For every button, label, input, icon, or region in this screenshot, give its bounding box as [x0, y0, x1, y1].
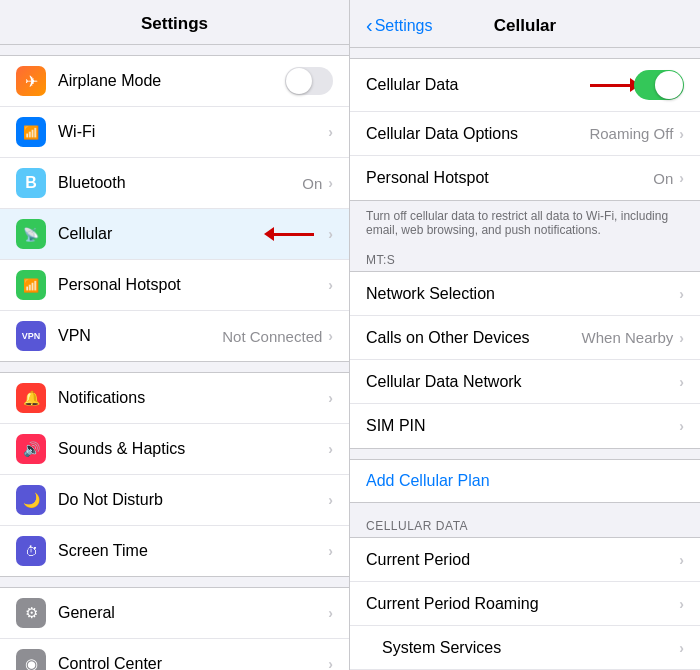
network-selection-label: Network Selection	[366, 285, 679, 303]
bluetooth-icon: B	[16, 168, 46, 198]
current-roaming-row[interactable]: Current Period Roaming ›	[350, 582, 700, 626]
current-period-row[interactable]: Current Period ›	[350, 538, 700, 582]
notifications-group: 🔔 Notifications › 🔊 Sounds & Haptics › 🌙…	[0, 372, 349, 577]
vpn-row[interactable]: VPN VPN Not Connected ›	[0, 311, 349, 361]
arrow-body	[274, 233, 314, 236]
system-services-chevron: ›	[679, 640, 684, 656]
cellular-data-network-chevron: ›	[679, 374, 684, 390]
bluetooth-chevron: ›	[328, 175, 333, 191]
mts-group: Network Selection › Calls on Other Devic…	[350, 271, 700, 449]
general-label: General	[58, 604, 328, 622]
control-center-icon: ◉	[16, 649, 46, 670]
sounds-icon: 🔊	[16, 434, 46, 464]
add-plan-label[interactable]: Add Cellular Plan	[366, 472, 490, 489]
hotspot-label: Personal Hotspot	[58, 276, 328, 294]
airplane-mode-toggle[interactable]	[285, 67, 333, 95]
cellular-data-group: Current Period › Current Period Roaming …	[350, 537, 700, 670]
screentime-label: Screen Time	[58, 542, 328, 560]
right-hotspot-row[interactable]: Personal Hotspot On ›	[350, 156, 700, 200]
right-hotspot-label: Personal Hotspot	[366, 169, 653, 187]
cellular-data-network-label: Cellular Data Network	[366, 373, 679, 391]
cellular-arrow-annotation	[264, 227, 314, 241]
right-header: ‹ Settings Cellular	[350, 0, 700, 48]
airplane-mode-row[interactable]: ✈ Airplane Mode	[0, 56, 349, 107]
control-center-chevron: ›	[328, 656, 333, 670]
cellular-data-arrow-annotation	[590, 78, 640, 92]
cellular-data-section-header: CELLULAR DATA	[350, 513, 700, 537]
arrow-head	[264, 227, 274, 241]
sounds-label: Sounds & Haptics	[58, 440, 328, 458]
notifications-chevron: ›	[328, 390, 333, 406]
bluetooth-row[interactable]: B Bluetooth On ›	[0, 158, 349, 209]
back-chevron-icon: ‹	[366, 14, 373, 37]
cellular-main-group: Cellular Data Cellular Data Options Roam…	[350, 58, 700, 201]
connectivity-group: ✈ Airplane Mode 📶 Wi-Fi › B Bluetooth On…	[0, 55, 349, 362]
wifi-row[interactable]: 📶 Wi-Fi ›	[0, 107, 349, 158]
mts-section-header: MT:S	[350, 247, 700, 271]
vpn-value: Not Connected	[222, 328, 322, 345]
cellular-options-chevron: ›	[679, 126, 684, 142]
cellular-data-network-row[interactable]: Cellular Data Network ›	[350, 360, 700, 404]
current-roaming-chevron: ›	[679, 596, 684, 612]
system-services-row[interactable]: System Services ›	[350, 626, 700, 670]
notifications-row[interactable]: 🔔 Notifications ›	[0, 373, 349, 424]
left-panel-header: Settings	[0, 0, 349, 45]
cellular-description: Turn off cellular data to restrict all d…	[350, 201, 700, 247]
bluetooth-label: Bluetooth	[58, 174, 302, 192]
sim-pin-row[interactable]: SIM PIN ›	[350, 404, 700, 448]
calls-other-label: Calls on Other Devices	[366, 329, 582, 347]
screentime-chevron: ›	[328, 543, 333, 559]
wifi-chevron: ›	[328, 124, 333, 140]
wifi-label: Wi-Fi	[58, 123, 328, 141]
dnd-label: Do Not Disturb	[58, 491, 328, 509]
right-hotspot-chevron: ›	[679, 170, 684, 186]
cellular-data-row[interactable]: Cellular Data	[350, 59, 700, 112]
back-button[interactable]: ‹ Settings	[366, 14, 432, 37]
right-panel-title: Cellular	[494, 16, 556, 36]
screentime-row[interactable]: ⏱ Screen Time ›	[0, 526, 349, 576]
calls-other-chevron: ›	[679, 330, 684, 346]
cellular-row[interactable]: 📡 Cellular ›	[0, 209, 349, 260]
notifications-icon: 🔔	[16, 383, 46, 413]
sounds-row[interactable]: 🔊 Sounds & Haptics ›	[0, 424, 349, 475]
general-row[interactable]: ⚙ General ›	[0, 588, 349, 639]
arrow-body	[590, 84, 630, 87]
dnd-row[interactable]: 🌙 Do Not Disturb ›	[0, 475, 349, 526]
control-center-label: Control Center	[58, 655, 328, 670]
hotspot-icon: 📶	[16, 270, 46, 300]
vpn-icon: VPN	[16, 321, 46, 351]
hotspot-chevron: ›	[328, 277, 333, 293]
right-panel: ‹ Settings Cellular Cellular Data Cellul…	[350, 0, 700, 670]
airplane-mode-icon: ✈	[16, 66, 46, 96]
current-period-chevron: ›	[679, 552, 684, 568]
network-selection-row[interactable]: Network Selection ›	[350, 272, 700, 316]
add-plan-row[interactable]: Add Cellular Plan	[350, 459, 700, 503]
vpn-label: VPN	[58, 327, 222, 345]
vpn-chevron: ›	[328, 328, 333, 344]
network-selection-chevron: ›	[679, 286, 684, 302]
sounds-chevron: ›	[328, 441, 333, 457]
dnd-icon: 🌙	[16, 485, 46, 515]
airplane-mode-label: Airplane Mode	[58, 72, 285, 90]
sim-pin-label: SIM PIN	[366, 417, 679, 435]
general-group: ⚙ General › ◉ Control Center › AA Displa…	[0, 587, 349, 670]
control-center-row[interactable]: ◉ Control Center ›	[0, 639, 349, 670]
left-panel: Settings ✈ Airplane Mode 📶 Wi-Fi › B Blu…	[0, 0, 350, 670]
cellular-options-value: Roaming Off	[589, 125, 673, 142]
sim-pin-chevron: ›	[679, 418, 684, 434]
cellular-chevron: ›	[328, 226, 333, 242]
calls-other-value: When Nearby	[582, 329, 674, 346]
calls-other-row[interactable]: Calls on Other Devices When Nearby ›	[350, 316, 700, 360]
personal-hotspot-row[interactable]: 📶 Personal Hotspot ›	[0, 260, 349, 311]
cellular-data-toggle[interactable]	[634, 70, 684, 100]
wifi-icon: 📶	[16, 117, 46, 147]
current-period-label: Current Period	[366, 551, 679, 569]
general-icon: ⚙	[16, 598, 46, 628]
bluetooth-value: On	[302, 175, 322, 192]
notifications-label: Notifications	[58, 389, 328, 407]
cellular-options-row[interactable]: Cellular Data Options Roaming Off ›	[350, 112, 700, 156]
screentime-icon: ⏱	[16, 536, 46, 566]
back-label: Settings	[375, 17, 433, 35]
current-roaming-label: Current Period Roaming	[366, 595, 679, 613]
general-chevron: ›	[328, 605, 333, 621]
